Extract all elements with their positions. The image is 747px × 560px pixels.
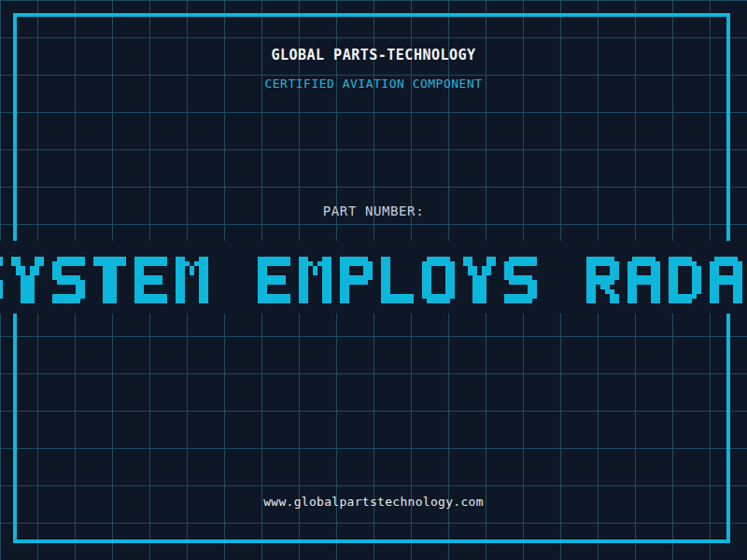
marquee-display [0, 257, 747, 303]
marquee-band [0, 241, 747, 314]
page-subtitle: CERTIFIED AVIATION COMPONENT [0, 77, 747, 91]
footer-url: www.globalpartstechnology.com [0, 495, 747, 509]
page-title: GLOBAL PARTS-TECHNOLOGY [0, 47, 747, 63]
part-number-label: PART NUMBER: [0, 203, 747, 218]
device-screen: GLOBAL PARTS-TECHNOLOGY CERTIFIED AVIATI… [0, 0, 747, 560]
